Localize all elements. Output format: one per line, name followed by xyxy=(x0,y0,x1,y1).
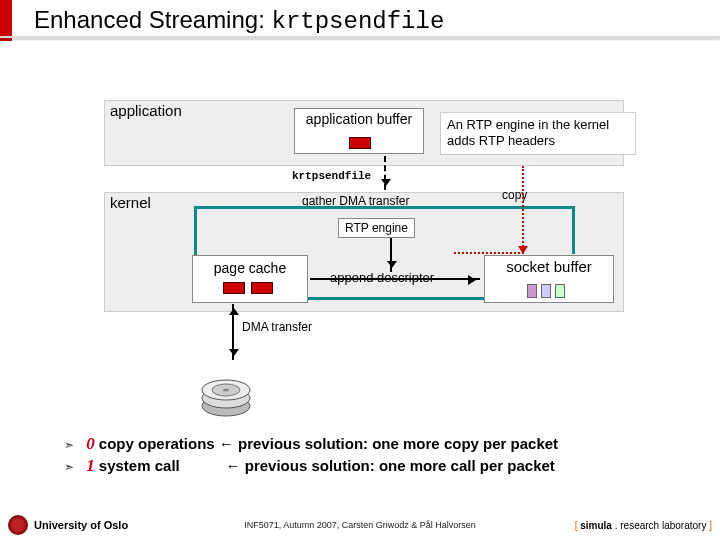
uio-crest-icon xyxy=(8,515,28,535)
label-application: application xyxy=(110,102,182,119)
page-cache-label: page cache xyxy=(214,260,286,276)
footer: University of Oslo INF5071, Autumn 2007,… xyxy=(0,514,720,536)
socket-buffer-box: socket buffer xyxy=(484,255,614,303)
descriptor-icon xyxy=(527,284,537,298)
page-cache-box: page cache xyxy=(192,255,308,303)
bullet-1-text: copy operations ← previous solution: one… xyxy=(95,435,558,452)
svg-point-4 xyxy=(223,389,229,392)
application-buffer-label: application buffer xyxy=(306,111,412,127)
dma-transfer-label: DMA transfer xyxy=(242,320,312,334)
socket-buffer-label: socket buffer xyxy=(506,258,592,275)
title-underline xyxy=(0,36,720,38)
copy-arrow-icon xyxy=(454,166,524,254)
university-label: University of Oslo xyxy=(34,519,128,531)
arrow-krt-down-icon xyxy=(384,156,386,190)
note-box: An RTP engine in the kernel adds RTP hea… xyxy=(440,112,636,155)
disk-drive-icon xyxy=(200,370,252,418)
lab-label: [ simula . research laboratory ] xyxy=(575,520,712,531)
data-chunk-icon xyxy=(349,137,371,149)
chevron-icon: ➣ xyxy=(64,460,74,474)
bracket-r: ] xyxy=(706,520,712,531)
descriptor-icon xyxy=(555,284,565,298)
arrow-rtp-down-icon xyxy=(390,238,392,272)
bullet-1: ➣ 0 copy operations ← previous solution:… xyxy=(64,434,558,454)
bullet-2-text: system call ← previous solution: one mor… xyxy=(95,457,555,474)
lab-simula: simula xyxy=(580,520,612,531)
course-label: INF5071, Autumn 2007, Carsten Griwodz & … xyxy=(244,520,476,530)
application-buffer-box: application buffer xyxy=(294,108,424,154)
bullet-2: ➣ 1 system call ← previous solution: one… xyxy=(64,456,558,476)
title-prefix: Enhanced Streaming: xyxy=(34,6,271,33)
bullet-1-count: 0 xyxy=(86,434,95,453)
rtp-engine-box: RTP engine xyxy=(338,218,415,238)
chevron-icon: ➣ xyxy=(64,438,74,452)
data-chunk-icon xyxy=(223,282,245,294)
slide-title: Enhanced Streaming: krtpsendfile xyxy=(0,0,720,41)
bullet-2-count: 1 xyxy=(86,456,95,475)
diagram: application kernel application buffer An… xyxy=(104,100,624,340)
title-mono: krtpsendfile xyxy=(271,8,444,35)
descriptor-icon xyxy=(541,284,551,298)
arrow-append-icon xyxy=(310,278,480,280)
lab-rest: . research laboratory xyxy=(612,520,707,531)
teal-vert-icon xyxy=(572,206,575,254)
label-kernel: kernel xyxy=(110,194,151,211)
bullet-list: ➣ 0 copy operations ← previous solution:… xyxy=(64,434,558,478)
arrow-dma-icon xyxy=(232,304,234,360)
krtpsendfile-label: krtpsendfile xyxy=(292,170,371,182)
data-chunk-icon xyxy=(251,282,273,294)
